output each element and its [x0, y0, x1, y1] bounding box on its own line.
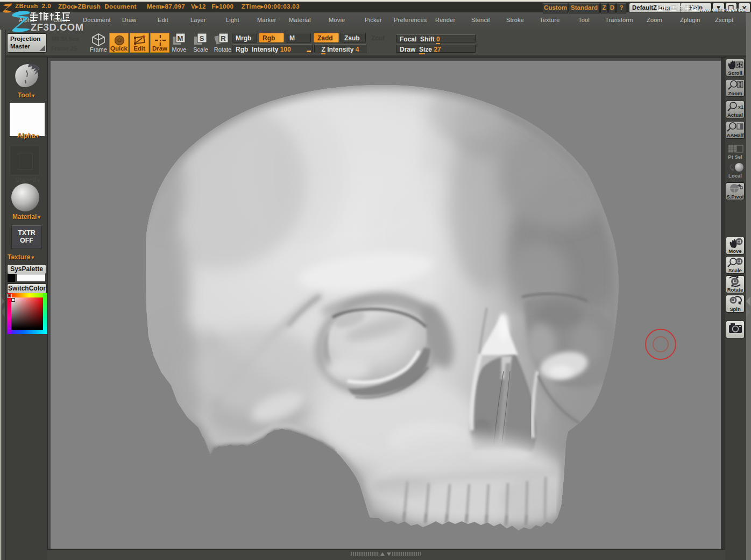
svg-text:M: M [178, 34, 183, 42]
svg-text:R: R [221, 34, 226, 42]
svg-text:x1: x1 [738, 104, 743, 110]
svg-text:S: S [200, 34, 204, 42]
